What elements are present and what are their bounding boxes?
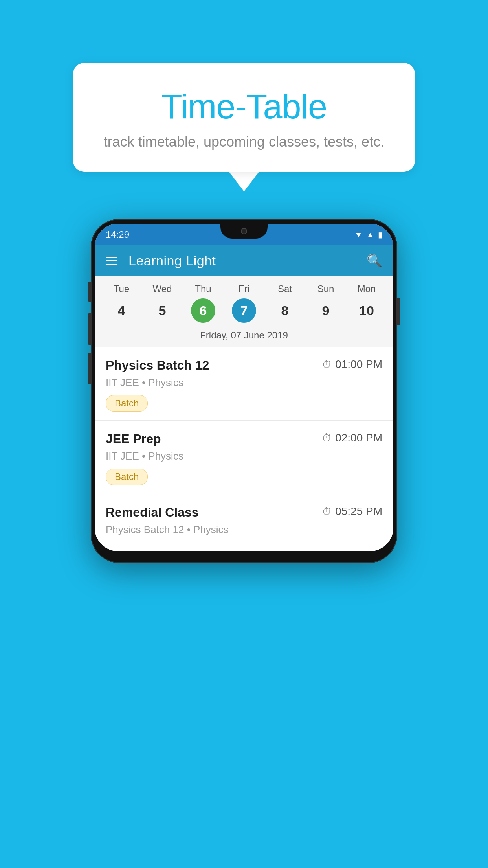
class-name: JEE Prep [106,432,161,446]
days-row: Tue4Wed5Thu6Fri7Sat8Sun9Mon10 [95,283,393,326]
batch-badge: Batch [106,395,148,412]
speech-bubble-card: Time-Table track timetable, upcoming cla… [73,63,415,172]
mute-button [88,282,91,302]
menu-icon[interactable] [106,257,117,265]
class-item[interactable]: JEE Prep⏱02:00 PMIIT JEE • PhysicsBatch [95,421,393,494]
bubble-title: Time-Table [93,86,395,127]
class-name: Physics Batch 12 [106,358,209,373]
day-number[interactable]: 6 [191,298,215,323]
clock-icon: ⏱ [322,506,332,518]
time-value: 01:00 PM [335,358,382,371]
day-number[interactable]: 8 [273,298,297,323]
signal-icon: ▲ [366,230,374,239]
day-number[interactable]: 5 [150,298,174,323]
day-col[interactable]: Wed5 [145,283,180,323]
day-name: Sat [278,283,292,294]
vol-down-button [88,353,91,384]
class-time: ⏱01:00 PM [322,358,382,371]
class-item[interactable]: Remedial Class⏱05:25 PMPhysics Batch 12 … [95,494,393,551]
vol-up-button [88,313,91,345]
day-name: Tue [114,283,129,294]
search-icon[interactable]: 🔍 [367,253,382,268]
day-number[interactable]: 4 [109,298,134,323]
day-number[interactable]: 10 [354,298,379,323]
day-col[interactable]: Fri7 [226,283,262,323]
class-item[interactable]: Physics Batch 12⏱01:00 PMIIT JEE • Physi… [95,347,393,421]
day-col[interactable]: Sun9 [308,283,343,323]
day-name: Thu [195,283,211,294]
selected-date-label: Friday, 07 June 2019 [95,326,393,347]
speech-bubble-section: Time-Table track timetable, upcoming cla… [0,63,488,191]
day-number[interactable]: 9 [314,298,338,323]
class-meta: IIT JEE • Physics [106,377,382,389]
class-meta: Physics Batch 12 • Physics [106,524,382,536]
status-icons: ▼ ▲ ▮ [354,230,382,239]
class-name: Remedial Class [106,505,199,520]
phone-screen: 14:29 ▼ ▲ ▮ Learning Light 🔍 [95,224,393,551]
phone-mockup: 14:29 ▼ ▲ ▮ Learning Light 🔍 [91,219,397,563]
day-col[interactable]: Mon10 [349,283,384,323]
app-bar: Learning Light 🔍 [95,245,393,276]
class-meta: IIT JEE • Physics [106,450,382,462]
class-item-top: JEE Prep⏱02:00 PM [106,432,382,446]
status-time: 14:29 [106,229,129,240]
class-list: Physics Batch 12⏱01:00 PMIIT JEE • Physi… [95,347,393,551]
day-name: Fri [238,283,250,294]
bubble-subtitle: track timetable, upcoming classes, tests… [93,134,395,150]
clock-icon: ⏱ [322,432,332,444]
day-name: Wed [153,283,172,294]
app-bar-left: Learning Light [106,253,216,268]
class-item-top: Physics Batch 12⏱01:00 PM [106,358,382,373]
class-item-top: Remedial Class⏱05:25 PM [106,505,382,520]
class-time: ⏱02:00 PM [322,432,382,444]
battery-icon: ▮ [378,230,382,239]
class-time: ⏱05:25 PM [322,505,382,518]
phone-section: 14:29 ▼ ▲ ▮ Learning Light 🔍 [0,219,488,563]
app-title: Learning Light [128,253,216,268]
time-value: 02:00 PM [335,432,382,444]
day-col[interactable]: Tue4 [104,283,139,323]
front-camera [241,228,247,234]
wifi-icon: ▼ [354,230,362,239]
power-button [397,298,400,325]
bubble-arrow [229,172,259,191]
day-name: Mon [358,283,376,294]
phone-notch [220,224,268,239]
day-col[interactable]: Thu6 [185,283,221,323]
calendar-strip: Tue4Wed5Thu6Fri7Sat8Sun9Mon10 Friday, 07… [95,276,393,347]
batch-badge: Batch [106,469,148,485]
day-number[interactable]: 7 [232,298,256,323]
day-name: Sun [317,283,334,294]
day-col[interactable]: Sat8 [267,283,303,323]
time-value: 05:25 PM [335,505,382,518]
clock-icon: ⏱ [322,359,332,371]
